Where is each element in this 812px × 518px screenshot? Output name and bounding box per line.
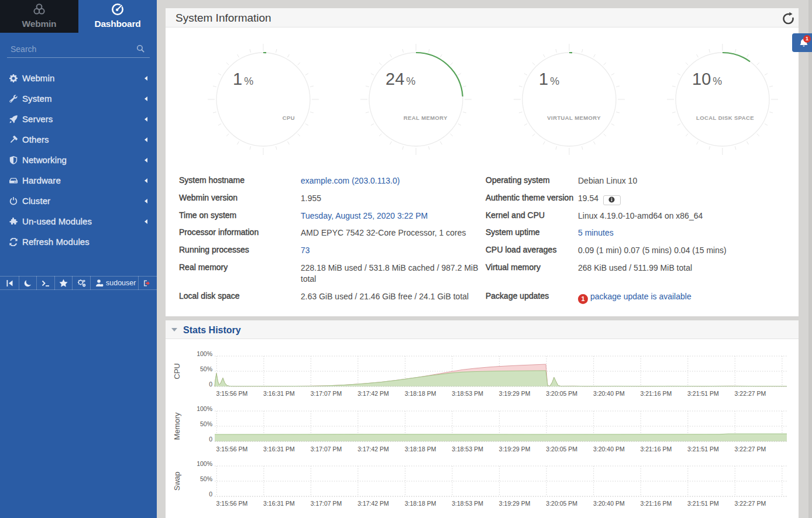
svg-text:3:20:05 PM: 3:20:05 PM bbox=[546, 446, 577, 453]
svg-text:0: 0 bbox=[209, 381, 212, 388]
svg-text:3:16:31 PM: 3:16:31 PM bbox=[263, 390, 295, 397]
svg-text:3:22:27 PM: 3:22:27 PM bbox=[735, 390, 766, 397]
svg-text:3:16:31 PM: 3:16:31 PM bbox=[263, 500, 295, 507]
svg-text:3:21:16 PM: 3:21:16 PM bbox=[640, 446, 672, 453]
svg-text:0: 0 bbox=[209, 436, 212, 443]
svg-text:3:19:29 PM: 3:19:29 PM bbox=[499, 446, 531, 453]
svg-text:100%: 100% bbox=[197, 460, 212, 467]
svg-text:1%: 1% bbox=[233, 70, 253, 88]
svg-text:3:21:16 PM: 3:21:16 PM bbox=[640, 500, 672, 507]
svg-text:3:18:53 PM: 3:18:53 PM bbox=[452, 500, 483, 507]
svg-text:3:19:29 PM: 3:19:29 PM bbox=[499, 390, 531, 397]
svg-text:3:17:42 PM: 3:17:42 PM bbox=[357, 390, 389, 397]
svg-text:3:21:51 PM: 3:21:51 PM bbox=[687, 390, 719, 397]
svg-text:Swap: Swap bbox=[173, 472, 181, 491]
svg-text:3:17:07 PM: 3:17:07 PM bbox=[311, 390, 342, 397]
svg-text:3:17:07 PM: 3:17:07 PM bbox=[311, 446, 342, 453]
svg-text:100%: 100% bbox=[197, 350, 212, 357]
svg-text:3:19:29 PM: 3:19:29 PM bbox=[499, 500, 531, 507]
svg-text:3:17:42 PM: 3:17:42 PM bbox=[357, 446, 389, 453]
svg-text:VIRTUAL MEMORY: VIRTUAL MEMORY bbox=[547, 115, 601, 121]
svg-text:3:17:42 PM: 3:17:42 PM bbox=[357, 500, 389, 507]
svg-text:3:22:27 PM: 3:22:27 PM bbox=[735, 446, 766, 453]
svg-text:Memory: Memory bbox=[173, 412, 181, 440]
svg-text:CPU: CPU bbox=[283, 115, 295, 121]
svg-text:1%: 1% bbox=[539, 70, 559, 88]
svg-text:10%: 10% bbox=[692, 70, 722, 88]
svg-text:3:20:05 PM: 3:20:05 PM bbox=[546, 390, 577, 397]
svg-text:50%: 50% bbox=[200, 475, 212, 482]
svg-text:3:17:07 PM: 3:17:07 PM bbox=[311, 500, 342, 507]
svg-text:24%: 24% bbox=[386, 70, 415, 88]
svg-text:3:20:40 PM: 3:20:40 PM bbox=[593, 390, 625, 397]
svg-text:3:18:53 PM: 3:18:53 PM bbox=[452, 446, 483, 453]
svg-text:3:21:16 PM: 3:21:16 PM bbox=[640, 390, 672, 397]
svg-text:3:18:18 PM: 3:18:18 PM bbox=[405, 500, 436, 507]
svg-text:3:16:31 PM: 3:16:31 PM bbox=[263, 446, 295, 453]
svg-text:REAL MEMORY: REAL MEMORY bbox=[404, 115, 448, 121]
svg-text:50%: 50% bbox=[200, 365, 212, 372]
svg-text:LOCAL DISK SPACE: LOCAL DISK SPACE bbox=[696, 115, 754, 121]
svg-text:3:22:27 PM: 3:22:27 PM bbox=[735, 500, 766, 507]
svg-text:3:18:18 PM: 3:18:18 PM bbox=[405, 390, 436, 397]
svg-text:3:20:40 PM: 3:20:40 PM bbox=[593, 500, 625, 507]
svg-text:100%: 100% bbox=[197, 405, 212, 412]
svg-text:0: 0 bbox=[209, 491, 212, 498]
svg-text:3:15:56 PM: 3:15:56 PM bbox=[216, 390, 248, 397]
svg-text:50%: 50% bbox=[200, 420, 212, 427]
svg-text:3:15:56 PM: 3:15:56 PM bbox=[216, 500, 248, 507]
svg-text:3:15:56 PM: 3:15:56 PM bbox=[216, 446, 248, 453]
svg-text:3:20:05 PM: 3:20:05 PM bbox=[546, 500, 577, 507]
svg-text:3:18:53 PM: 3:18:53 PM bbox=[452, 390, 483, 397]
svg-text:CPU: CPU bbox=[173, 363, 181, 379]
svg-text:3:20:40 PM: 3:20:40 PM bbox=[593, 446, 625, 453]
svg-text:3:21:51 PM: 3:21:51 PM bbox=[687, 500, 719, 507]
svg-text:3:18:18 PM: 3:18:18 PM bbox=[405, 446, 436, 453]
svg-text:3:21:51 PM: 3:21:51 PM bbox=[687, 446, 719, 453]
